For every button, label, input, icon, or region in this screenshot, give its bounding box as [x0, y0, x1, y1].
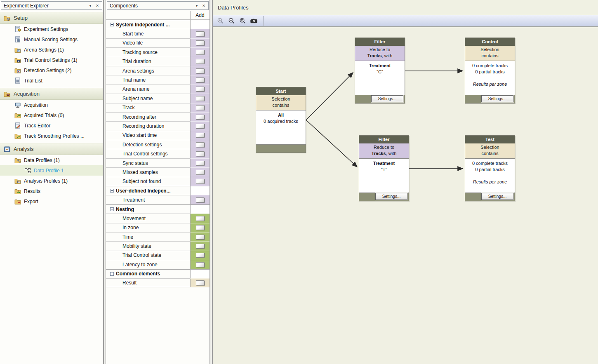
node-text: Selection — [480, 145, 499, 150]
add-cell — [190, 75, 210, 84]
add-component-button[interactable] — [196, 31, 205, 36]
tree-item-detection-settings-2[interactable]: Detection Settings (2) — [0, 65, 103, 75]
section-header-setup[interactable]: Setup — [0, 12, 103, 24]
add-component-button[interactable] — [196, 216, 205, 221]
add-cell — [190, 232, 210, 241]
tree-item-arena-settings-1[interactable]: Arena Settings (1) — [0, 45, 103, 55]
node-text: “C” — [377, 69, 383, 74]
collapse-icon[interactable] — [110, 272, 114, 276]
component-label: Recording duration — [106, 121, 190, 130]
add-component-button[interactable] — [196, 87, 205, 92]
add-component-button[interactable] — [196, 280, 205, 285]
flow-node-test[interactable]: TestSelectioncontains0 complete tracks0 … — [465, 135, 515, 201]
section-header-analysis[interactable]: Analysis — [0, 143, 103, 155]
add-component-button[interactable] — [196, 142, 205, 147]
node-text: 0 partial tracks — [475, 167, 505, 172]
tree-item-trial-control-settings-1[interactable]: Trial Control Settings (1) — [0, 55, 103, 65]
flow-node-filter-t[interactable]: FilterReduce toTracks, withTreatment“T”S… — [359, 135, 409, 201]
export-icon — [14, 198, 21, 205]
tree-item-results[interactable]: Results — [0, 186, 103, 196]
zoom-fit-button[interactable] — [238, 16, 247, 26]
add-cell — [190, 251, 210, 260]
add-cell — [190, 140, 210, 149]
zoom-in-button[interactable] — [215, 16, 225, 26]
add-component-button[interactable] — [196, 161, 205, 166]
add-cell — [190, 121, 210, 130]
component-row-trial-duration: Trial duration — [106, 57, 210, 66]
node-text: 0 complete tracks — [472, 63, 508, 68]
component-row-mobility-state: Mobility state — [106, 241, 210, 250]
add-component-button[interactable] — [196, 40, 205, 45]
close-icon[interactable]: ✕ — [94, 3, 100, 9]
setup-folder-icon — [3, 15, 10, 21]
acquired-trials-icon — [14, 112, 21, 119]
component-label: In zone — [106, 223, 190, 232]
arena-settings-icon — [14, 47, 21, 53]
panel-splitter[interactable] — [210, 0, 213, 364]
component-group-system-independent: System Independent ... — [106, 20, 210, 29]
component-label: Start time — [106, 29, 190, 38]
add-component-button[interactable] — [196, 235, 205, 240]
add-component-button[interactable] — [196, 244, 205, 249]
snapshot-button[interactable] — [249, 16, 259, 26]
component-row-trial-control-state: Trial Control state — [106, 251, 210, 260]
add-cell — [190, 260, 210, 269]
add-cell — [190, 214, 210, 223]
analysis-profiles-icon — [14, 178, 21, 184]
close-icon[interactable]: ✕ — [201, 3, 207, 9]
collapse-icon[interactable] — [110, 23, 114, 26]
add-component-button[interactable] — [196, 179, 205, 184]
component-label: Subject name — [106, 94, 190, 103]
tree-item-label: Export — [24, 199, 38, 204]
tree-item-acquired-trials-0[interactable]: Acquired Trials (0) — [0, 110, 103, 120]
settings-button[interactable]: Settings... — [481, 193, 513, 200]
add-component-button[interactable] — [196, 133, 205, 138]
tree-item-analysis-profiles-1[interactable]: Analysis Profiles (1) — [0, 176, 103, 186]
collapse-icon[interactable] — [110, 207, 114, 211]
tree-item-track-editor[interactable]: Track Editor — [0, 120, 103, 131]
add-component-button[interactable] — [196, 124, 205, 129]
flow-node-start[interactable]: StartSelectioncontainsAll0 acquired trac… — [256, 87, 306, 153]
settings-button[interactable]: Settings... — [481, 95, 513, 102]
tree-item-data-profiles-1[interactable]: Data Profiles (1) — [0, 155, 103, 165]
flow-node-filter-c[interactable]: FilterReduce toTracks, withTreatment“C”S… — [355, 38, 405, 103]
tree-item-data-profile-1[interactable]: Data Profile 1 — [0, 165, 103, 176]
add-component-button[interactable] — [196, 59, 205, 64]
tree-item-trial-list[interactable]: Trial List — [0, 75, 103, 86]
add-component-button[interactable] — [196, 253, 205, 258]
tree-item-acquisition[interactable]: Acquisition — [0, 100, 103, 110]
add-component-button[interactable] — [196, 68, 205, 73]
tree-item-experiment-settings[interactable]: Experiment Settings — [0, 24, 103, 34]
tree-item-manual-scoring-settings[interactable]: Manual Scoring Settings — [0, 34, 103, 45]
add-component-button[interactable] — [196, 197, 205, 202]
collapse-icon[interactable] — [110, 189, 114, 193]
workspace-toolbar — [213, 15, 598, 27]
component-label: Time — [106, 232, 190, 241]
add-component-button[interactable] — [196, 262, 205, 267]
section-header-acquisition[interactable]: Acquisition — [0, 88, 103, 100]
components-list: System Independent ...Start timeVideo fi… — [106, 20, 210, 287]
node-text: contains — [273, 103, 290, 108]
tree-item-track-smoothing-profiles[interactable]: Track Smoothing Profiles ... — [0, 131, 103, 141]
section-label: Setup — [14, 15, 28, 21]
flow-node-control[interactable]: ControlSelectioncontains0 complete track… — [465, 38, 515, 103]
add-component-button[interactable] — [196, 77, 205, 82]
chevron-down-icon[interactable]: ▾ — [87, 3, 93, 9]
settings-button[interactable]: Settings... — [371, 95, 403, 102]
add-component-button[interactable] — [196, 105, 205, 110]
component-row-start-time: Start time — [106, 29, 210, 38]
add-component-button[interactable] — [196, 115, 205, 120]
tree-item-export[interactable]: Export — [0, 196, 103, 207]
add-component-button[interactable] — [196, 96, 205, 101]
add-component-button[interactable] — [196, 151, 205, 156]
acquisition-icon — [14, 102, 21, 108]
add-component-button[interactable] — [196, 50, 205, 55]
diagram-canvas[interactable]: StartSelectioncontainsAll0 acquired trac… — [213, 27, 598, 364]
add-component-button[interactable] — [196, 225, 205, 230]
chevron-down-icon[interactable]: ▾ — [194, 3, 200, 9]
zoom-out-button[interactable] — [226, 16, 236, 26]
experiment-settings-icon — [14, 26, 21, 33]
component-row-video-start-time: Video start time — [106, 131, 210, 140]
settings-button[interactable]: Settings... — [375, 193, 407, 200]
add-component-button[interactable] — [196, 170, 205, 175]
